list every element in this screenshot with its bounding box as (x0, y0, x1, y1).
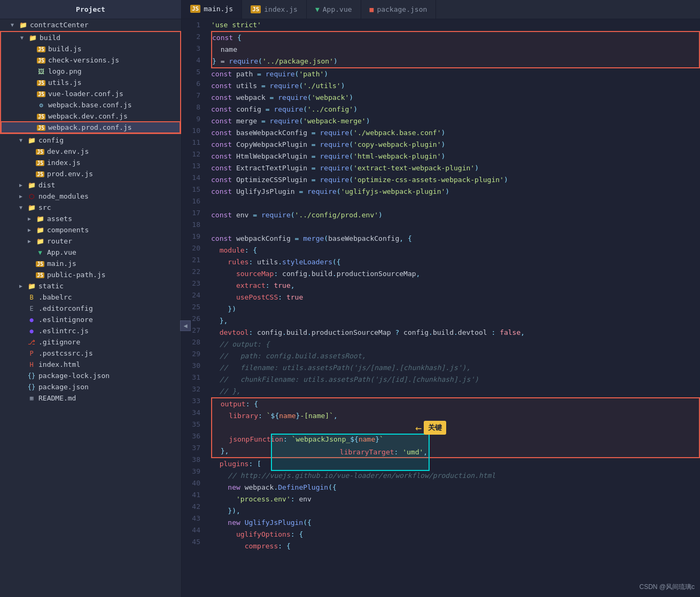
arrow-left-icon: ← (415, 422, 422, 434)
tabs-bar: Project JS main.js JS index.js ▼ App.vue… (0, 0, 700, 19)
tree-label: main.js (47, 260, 76, 268)
js-file-icon: JS (36, 57, 46, 64)
tab-package-json[interactable]: ■ package.json (361, 0, 437, 19)
tree-item-router[interactable]: ▶ 📁 router (0, 235, 181, 247)
arrow-icon: ▼ (11, 22, 18, 28)
arrow-icon: ▶ (19, 182, 27, 188)
md-icon: ▦ (27, 395, 36, 402)
tree-label: .eslintrc.js (38, 327, 89, 335)
tree-item-postcssrc[interactable]: P .postcssrc.js (0, 348, 181, 359)
tree-item-index-html[interactable]: H index.html (0, 359, 181, 370)
code-line-13: const ExtractTextPlugin = require('extra… (211, 162, 700, 174)
tree-item-babelrc[interactable]: B .babelrc (0, 292, 181, 303)
code-line-23: extract: true, (211, 280, 700, 292)
tree-item-components[interactable]: ▶ 📁 components (0, 224, 181, 235)
tree-item-src[interactable]: ▼ 📁 src (0, 202, 181, 213)
tree-item-build-js[interactable]: JS build.js (1, 43, 180, 54)
tree-label: public-path.js (47, 271, 106, 279)
tree-item-utils[interactable]: JS utils.js (1, 77, 180, 88)
tree-item-app-vue[interactable]: ▼ App.vue (0, 247, 181, 258)
tree-item-main-js[interactable]: JS main.js (0, 258, 181, 269)
tree-item-vue-loader[interactable]: JS vue-loader.conf.js (1, 88, 180, 99)
tree-item-logo[interactable]: 🖼 logo.png (1, 66, 180, 77)
code-line-18 (211, 221, 700, 233)
code-line-26: }, (211, 315, 700, 327)
tree-label: .babelrc (38, 293, 72, 301)
code-line-20: module: { (211, 245, 700, 256)
tree-item-webpack-base[interactable]: ⚙ webpack.base.conf.js (1, 99, 180, 111)
line-numbers: 12345 678910 1112131415 1617181920 21222… (182, 19, 206, 597)
code-line-43: new UglifyJsPlugin({ (211, 517, 700, 529)
tree-label: build.js (48, 45, 82, 53)
tab-index-js-label: index.js (264, 5, 298, 13)
tree-item-gitignore[interactable]: ⎇ .gitignore (0, 336, 181, 348)
code-line-15: const UglifyJsPlugin = require('uglifyjs… (211, 186, 700, 198)
tab-main-js[interactable]: JS main.js (182, 0, 242, 19)
code-line-33: output: { (212, 398, 699, 410)
sidebar-title: Project (76, 5, 105, 13)
arrow-icon: ▶ (28, 238, 35, 244)
annotation-label: 关键 (424, 421, 446, 435)
webpack-icon: ⚙ (36, 101, 46, 109)
code-line-14: const OptimizeCSSPlugin = require('optim… (211, 174, 700, 186)
code-area[interactable]: 12345 678910 1112131415 1617181920 21222… (182, 19, 700, 597)
tree-item-config-index[interactable]: JS index.js (0, 157, 181, 168)
code-line-36: jsonpFunction: `webpackJsonp_${name}` (212, 434, 699, 445)
tree-label: .editorconfig (38, 304, 93, 312)
watermark: CSDN @风间琉璃c (639, 583, 695, 592)
tree-item-assets[interactable]: ▶ 📁 assets (0, 213, 181, 224)
tree-item-config[interactable]: ▼ 📁 config (0, 135, 181, 146)
json-icon: {} (27, 372, 36, 380)
postcss-icon: P (27, 350, 36, 357)
tree-label: static (38, 282, 64, 290)
js-file-icon: JS (35, 260, 45, 268)
tree-item-node-modules[interactable]: ▶ ⬡ node_modules (0, 191, 181, 202)
tree-item-contractCenter[interactable]: ▼ 📁 contractCenter (0, 19, 181, 30)
tree-item-webpack-dev[interactable]: JS webpack.dev.conf.js (1, 111, 180, 122)
code-line-39: // http://vuejs.github.io/vue-loader/en/… (211, 470, 700, 482)
code-line-41: 'process.env': env (211, 493, 700, 505)
code-line-38: plugins: [ (211, 458, 700, 470)
tree-item-build[interactable]: ▼ 📁 build (1, 32, 180, 43)
tree-label: package.json (38, 383, 89, 391)
png-file-icon: 🖼 (36, 68, 46, 75)
tree-item-check-versions[interactable]: JS check-versions.js (1, 54, 180, 66)
tree-item-prod-env[interactable]: JS prod.env.js (0, 168, 181, 179)
tab-package-json-label: package.json (377, 5, 427, 13)
tree-label: package-lock.json (38, 372, 110, 380)
annotation: ← 关键 (415, 421, 446, 435)
tree-item-webpack-prod[interactable]: JS webpack.prod.conf.js (1, 122, 180, 133)
tree-item-package-lock[interactable]: {} package-lock.json (0, 370, 181, 381)
tree-label: router (47, 237, 72, 245)
code-line-2: const { (212, 32, 699, 44)
arrow-icon: ▼ (19, 205, 27, 210)
code-line-35: libraryTarget: 'umd', ← 关键 (212, 422, 699, 434)
tree-item-package-json[interactable]: {} package.json (0, 381, 181, 392)
folder-icon: 📁 (35, 215, 45, 223)
code-line-42: }), (211, 505, 700, 517)
eslint-icon: ● (27, 316, 36, 324)
tree-item-static[interactable]: ▶ 📁 static (0, 280, 181, 292)
tree-item-editorconfig[interactable]: E .editorconfig (0, 303, 181, 314)
collapse-button[interactable]: ◀ (180, 320, 191, 331)
js-file-icon: JS (35, 271, 45, 279)
tab-index-js[interactable]: JS index.js (242, 0, 307, 19)
tab-app-vue[interactable]: ▼ App.vue (307, 0, 361, 19)
folder-icon: 📁 (28, 34, 37, 42)
folder-icon: 📁 (35, 226, 45, 234)
tree-item-readme[interactable]: ▦ README.md (0, 392, 181, 404)
tree-item-public-path[interactable]: JS public-path.js (0, 269, 181, 280)
tree-item-eslintrc[interactable]: ● .eslintrc.js (0, 325, 181, 336)
tree-label: index.html (38, 360, 80, 368)
npm-icon: ⬡ (27, 193, 36, 200)
tree-item-eslintignore[interactable]: ● .eslintignore (0, 314, 181, 325)
js-file-icon: JS (35, 170, 45, 178)
arrow-icon: ▼ (19, 137, 27, 143)
tree-item-dist[interactable]: ▶ 📁 dist (0, 179, 181, 191)
code-line-19: const webpackConfig = merge(baseWebpackC… (211, 233, 700, 245)
tree-label: check-versions.js (48, 56, 119, 64)
arrow-icon: ▶ (28, 216, 35, 222)
folder-icon: 📁 (35, 238, 45, 245)
tree-item-dev-env[interactable]: JS dev.env.js (0, 146, 181, 157)
tree-label: config (38, 136, 64, 144)
